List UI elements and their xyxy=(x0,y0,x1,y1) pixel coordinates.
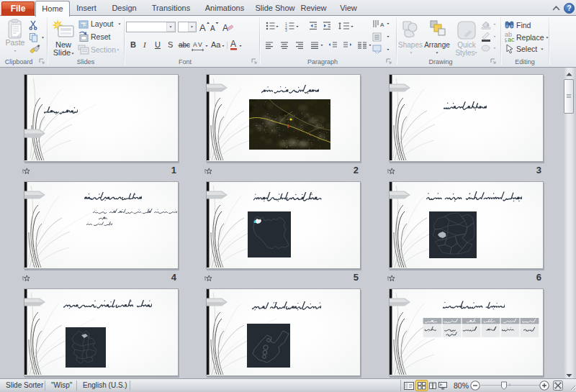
svg-text:A: A xyxy=(230,39,236,49)
svg-text:Replace: Replace xyxy=(516,33,544,42)
svg-text:Aa: Aa xyxy=(211,40,221,49)
svg-text:ac: ac xyxy=(508,36,515,43)
svg-text:A: A xyxy=(210,24,215,32)
svg-text:A: A xyxy=(222,23,228,33)
svg-text:V: V xyxy=(198,41,202,48)
svg-text:U: U xyxy=(155,40,161,49)
svg-text:A: A xyxy=(380,22,384,28)
svg-text:3: 3 xyxy=(285,28,287,32)
svg-text:S: S xyxy=(168,40,173,49)
svg-text:Section: Section xyxy=(91,45,116,54)
svg-text:Paste: Paste xyxy=(6,38,25,47)
svg-text:Quick: Quick xyxy=(457,41,477,49)
svg-text:Slide: Slide xyxy=(53,48,71,57)
svg-text:Styles: Styles xyxy=(455,49,474,57)
svg-text:Arrange: Arrange xyxy=(424,41,450,49)
svg-text:B: B xyxy=(130,40,136,49)
svg-text:Shapes: Shapes xyxy=(398,41,423,49)
svg-text:A: A xyxy=(193,41,197,48)
svg-text:I: I xyxy=(143,40,147,49)
svg-text:Reset: Reset xyxy=(91,32,111,41)
svg-text:80%: 80% xyxy=(454,381,469,390)
svg-text:Find: Find xyxy=(516,21,531,29)
svg-text:Layout: Layout xyxy=(91,19,114,28)
svg-text:Select: Select xyxy=(516,45,537,53)
svg-text:A: A xyxy=(199,22,206,33)
